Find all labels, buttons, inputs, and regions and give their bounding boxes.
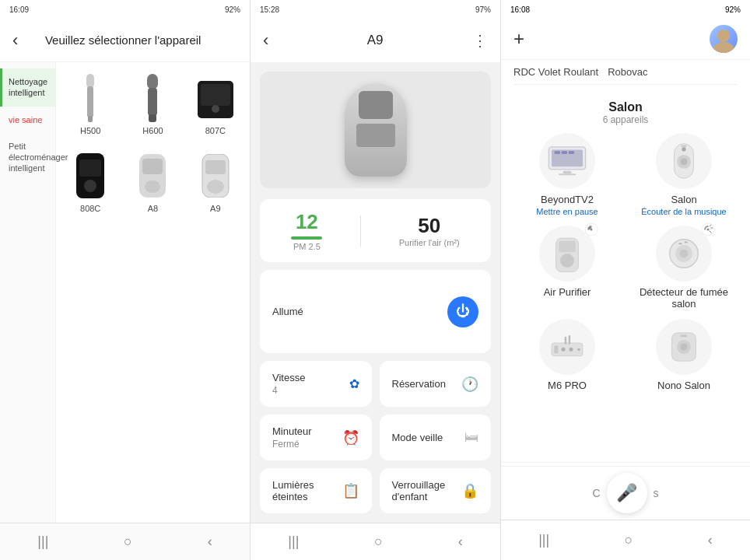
nav-menu-3[interactable]: |||	[538, 532, 549, 548]
voice-text-right: s	[654, 487, 659, 499]
device-a8[interactable]: A8	[124, 146, 180, 218]
nav-back-1[interactable]: ‹	[208, 534, 212, 550]
mic-icon: 🎤	[616, 483, 637, 503]
svg-rect-25	[563, 171, 572, 174]
nav-home-2[interactable]: ○	[374, 534, 383, 550]
stat-divider	[360, 215, 361, 247]
device-nono-salon[interactable]: Nono Salon	[630, 319, 738, 391]
device-smoke-detector[interactable]: Détecteur de fumée salon	[630, 226, 738, 310]
svg-rect-48	[569, 335, 571, 345]
purify-stat: 50 Purifier l'air (m²)	[399, 214, 460, 247]
salon-speaker-action[interactable]: Écouter de la musique	[641, 207, 726, 216]
panel1-title: Veuillez sélectionner l'appareil	[27, 33, 219, 47]
back-icon-2[interactable]: ‹	[263, 30, 268, 51]
quick-rooms: RDC Volet Roulant Robovac	[513, 66, 738, 78]
svg-point-19	[713, 42, 734, 53]
purify-value: 50	[418, 214, 440, 238]
sidebar-item-petit[interactable]: Petit électroménager intelligent	[0, 133, 55, 182]
status-bar-3: 16:08 92%	[501, 0, 750, 19]
room-robovac[interactable]: Robovac	[608, 66, 647, 78]
rooms-section: RDC Volet Roulant Robovac	[501, 60, 750, 94]
rooms-divider	[513, 84, 738, 85]
nav-home-1[interactable]: ○	[124, 534, 132, 550]
device-img-h600	[132, 73, 173, 123]
voice-button[interactable]: 🎤	[607, 473, 647, 513]
more-options-icon[interactable]: ⋮	[472, 31, 488, 50]
lights-card[interactable]: Lumières éteintes 📋	[260, 468, 372, 513]
device-label-a9: A9	[210, 204, 220, 213]
room-rdc[interactable]: RDC Volet Roulant	[513, 66, 598, 78]
nav-back-2[interactable]: ‹	[458, 534, 463, 550]
user-avatar[interactable]	[710, 25, 738, 53]
pm-value: 12	[296, 210, 318, 234]
device-m6pro[interactable]: M6 PRO	[513, 319, 621, 391]
device-808c[interactable]: 808C	[62, 146, 118, 218]
device-h500[interactable]: H500	[62, 68, 118, 140]
svg-rect-33	[559, 241, 576, 252]
device-img-h500	[70, 73, 110, 123]
svg-rect-43	[554, 345, 558, 353]
panel1-nav: ||| ○ ‹	[0, 523, 250, 560]
svg-point-46	[577, 348, 580, 351]
speed-card[interactable]: Vitesse 4 ✿	[260, 361, 372, 407]
device-label-808c: 808C	[80, 204, 100, 213]
smoke-detector-name: Détecteur de fumée salon	[630, 286, 738, 310]
svg-rect-2	[88, 116, 93, 122]
panel2-header: ‹ A9 ⋮	[251, 19, 500, 62]
stats-card: 12 PM 2.5 50 Purifier l'air (m²)	[260, 199, 491, 262]
device-img-a9	[195, 151, 236, 201]
battery-2: 97%	[475, 5, 491, 14]
childlock-card[interactable]: Verrouillage d'enfant 🔒	[380, 468, 492, 513]
device-salon-speaker[interactable]: Salon Écouter de la musique	[630, 133, 738, 216]
air-purifier-name: Air Purifier	[544, 286, 591, 298]
sidebar-item-nettoyage[interactable]: Nettoyage intelligent	[0, 68, 55, 107]
sidebar-item-vie[interactable]: vie saine	[0, 107, 55, 133]
svg-rect-0	[86, 74, 94, 88]
back-icon-1[interactable]: ‹	[12, 30, 18, 51]
status-bar-2: 15:28 97%	[251, 0, 500, 19]
reservation-card[interactable]: Réservation 🕐	[380, 361, 492, 407]
beyondtv2-icon	[539, 133, 595, 189]
svg-rect-5	[149, 114, 156, 122]
device-img-a8	[132, 151, 173, 201]
device-air-purifier[interactable]: Air Purifier	[513, 226, 621, 310]
svg-point-14	[145, 180, 160, 193]
voice-text-left: C	[592, 487, 600, 499]
reservation-label: Réservation	[392, 378, 446, 390]
purify-label: Purifier l'air (m²)	[399, 238, 460, 247]
beyondtv2-action[interactable]: Mettre en pause	[536, 207, 598, 216]
timer-card[interactable]: Minuteur Fermé ⏰	[260, 415, 372, 460]
svg-point-34	[560, 254, 574, 268]
device-hero	[260, 72, 491, 188]
nav-menu-2[interactable]: |||	[288, 534, 299, 550]
power-button[interactable]: ⏻	[447, 296, 478, 327]
pm-stat: 12 PM 2.5	[291, 210, 322, 251]
panel2-title: A9	[367, 33, 384, 48]
device-h600[interactable]: H600	[124, 68, 180, 140]
air-purifier-icon	[539, 226, 595, 282]
alarm-icon: ⏰	[342, 429, 359, 446]
svg-rect-47	[565, 337, 567, 345]
device-a9[interactable]: A9	[188, 146, 244, 218]
add-button[interactable]: +	[513, 28, 524, 50]
svg-rect-24	[569, 151, 574, 154]
battery-1: 92%	[225, 5, 240, 14]
nav-back-3[interactable]: ‹	[708, 532, 713, 548]
lights-icon: 📋	[342, 482, 359, 499]
speed-value: 4	[272, 385, 305, 396]
nav-menu-1[interactable]: |||	[37, 534, 48, 550]
nav-home-3[interactable]: ○	[625, 532, 633, 548]
time-1: 16:09	[9, 5, 29, 14]
power-card[interactable]: Allumé ⏻	[260, 270, 491, 353]
svg-rect-52	[680, 335, 687, 338]
device-beyondtv2[interactable]: BeyondTV2 Mettre en pause	[513, 133, 621, 216]
device-label-807c: 807C	[205, 126, 226, 135]
device-807c[interactable]: 807C	[188, 68, 244, 140]
sleep-card[interactable]: Mode veille 🛏	[380, 415, 492, 460]
svg-point-45	[570, 348, 573, 352]
speed-label: Vitesse	[272, 372, 305, 383]
bottom-divider	[501, 462, 750, 463]
power-icon: ⏻	[456, 303, 470, 320]
device-img-808c	[70, 151, 110, 201]
svg-point-44	[562, 348, 566, 352]
